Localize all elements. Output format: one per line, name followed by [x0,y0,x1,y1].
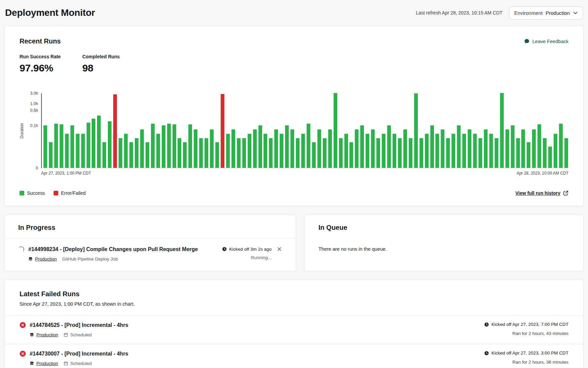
chart-bar-success[interactable] [87,123,90,168]
chart-bar-success[interactable] [129,142,133,168]
chart-bar-success[interactable] [398,138,402,168]
chart-bar-success[interactable] [183,142,187,168]
chart-bar-success[interactable] [65,134,69,168]
chart-bar-success[interactable] [199,138,203,168]
chart-bar-success[interactable] [484,129,488,168]
chart-bar-success[interactable] [355,129,359,168]
chart-bar-success[interactable] [178,138,181,168]
chart-bar-success[interactable] [269,138,273,168]
chart-bar-success[interactable] [516,138,520,168]
chart-bar-success[interactable] [409,138,412,168]
chart-bar-success[interactable] [188,124,192,168]
chart-bar-success[interactable] [92,119,95,168]
chart-bar-success[interactable] [205,138,208,168]
chart-bar-success[interactable] [543,138,547,168]
chart-bar-success[interactable] [290,129,294,168]
chart-bar-success[interactable] [446,138,450,168]
chart-bar-success[interactable] [339,138,343,168]
chart-bar-success[interactable] [521,129,525,168]
chart-bar-success[interactable] [457,125,461,168]
chart-bar-success[interactable] [452,134,455,168]
chart-bar-success[interactable] [403,129,407,168]
chart-bar-success[interactable] [97,116,101,168]
chart-bar-success[interactable] [76,134,80,168]
chart-bar-success[interactable] [537,124,541,168]
chart-bar-success[interactable] [248,134,251,168]
chart-bar-success[interactable] [264,134,267,168]
chart-bar-success[interactable] [425,134,429,168]
chart-bar-success[interactable] [156,134,160,168]
chart-bar-success[interactable] [119,138,122,168]
chart-bar-success[interactable] [349,142,353,168]
production-environment-link[interactable]: Production [35,256,57,262]
chart-bar-success[interactable] [253,129,257,168]
chart-bar-success[interactable] [548,147,552,168]
chart-bar-success[interactable] [242,138,246,168]
chart-bar-success[interactable] [285,125,289,168]
chart-bar-success[interactable] [366,134,369,168]
chart-bar-success[interactable] [328,129,332,168]
chart-bar-success[interactable] [478,138,482,168]
chart-bar-success[interactable] [108,121,112,168]
chart-bar-success[interactable] [323,138,327,168]
chart-bar-success[interactable] [124,134,128,168]
chart-bar-success[interactable] [135,138,138,168]
chart-bar-success[interactable] [274,129,278,168]
chart-bar-success[interactable] [414,93,418,168]
view-full-run-history-link[interactable]: View full run history [515,190,568,196]
chart-bar-error[interactable] [113,94,117,168]
chart-bar-success[interactable] [60,124,63,168]
chart-bar-success[interactable] [70,125,74,168]
chart-bar-success[interactable] [167,124,171,168]
chart-bar-success[interactable] [559,124,563,168]
chart-bar-success[interactable] [532,129,536,168]
chart-bar-success[interactable] [360,125,364,168]
chart-bar-success[interactable] [312,142,316,168]
chart-bar-success[interactable] [495,138,498,168]
leave-feedback-link[interactable]: Leave Feedback [524,38,568,44]
chart-bar-success[interactable] [489,134,493,168]
chart-bar-success[interactable] [215,142,219,168]
chart-bar-success[interactable] [473,134,477,168]
chart-bar-success[interactable] [382,134,385,168]
chart-bar-success[interactable] [280,134,283,168]
chart-bar-success[interactable] [511,125,515,168]
chart-bar-success[interactable] [393,134,396,168]
chart-bar-success[interactable] [468,129,471,168]
chart-bar-success[interactable] [307,124,310,168]
chart-bar-success[interactable] [162,125,165,168]
chart-bar-success[interactable] [237,138,241,168]
chart-bar-success[interactable] [49,142,53,168]
chart-bar-success[interactable] [151,124,155,168]
chart-bar-success[interactable] [296,138,300,168]
chart-bar-success[interactable] [210,129,214,168]
chart-bar-success[interactable] [435,134,439,168]
chart-bar-success[interactable] [462,134,466,168]
chart-bar-success[interactable] [376,138,380,168]
chart-bar-success[interactable] [140,129,144,168]
chart-bar-success[interactable] [371,129,375,168]
chart-bar-success[interactable] [194,129,197,168]
chart-bar-success[interactable] [344,134,348,168]
dismiss-run-button[interactable] [276,246,282,252]
chart-bar-success[interactable] [554,134,557,168]
chart-bar-success[interactable] [500,93,504,168]
chart-bar-success[interactable] [81,134,85,168]
chart-bar-success[interactable] [258,125,262,168]
chart-bar-success[interactable] [334,93,337,168]
chart-bar-success[interactable] [505,129,509,168]
production-environment-link[interactable]: Production [36,332,58,337]
chart-bar-success[interactable] [527,142,530,168]
chart-bar-success[interactable] [564,138,568,168]
chart-bar-success[interactable] [231,129,235,168]
chart-bar-success[interactable] [387,125,391,168]
production-environment-link[interactable]: Production [36,361,58,366]
chart-bar-success[interactable] [173,124,176,168]
chart-bar-success[interactable] [54,124,58,168]
chart-bar-success[interactable] [430,125,434,168]
chart-bar-success[interactable] [43,125,47,168]
chart-bar-success[interactable] [102,142,106,168]
chart-bar-success[interactable] [441,129,444,168]
chart-bar-success[interactable] [317,129,321,168]
environment-dropdown[interactable]: Environment Production [509,6,583,20]
